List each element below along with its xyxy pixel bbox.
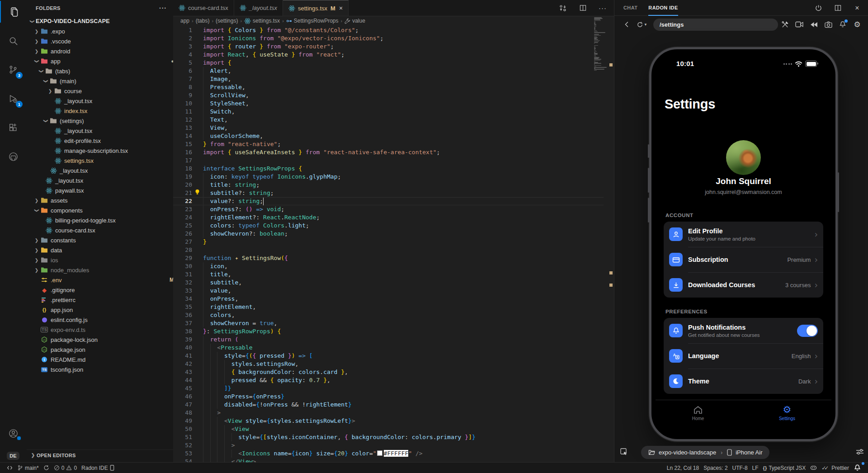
tree-item-settings-tsx[interactable]: settings.tsxM	[27, 156, 174, 166]
tree-item-assets[interactable]: ❯assets	[27, 195, 174, 205]
split-editor-icon[interactable]	[576, 2, 590, 14]
more-icon[interactable]: ···	[596, 2, 609, 14]
phone-tab-home[interactable]: Home	[680, 405, 716, 421]
close-icon[interactable]: ×	[850, 2, 864, 14]
tree-item--vscode[interactable]: ❯.vscode	[27, 36, 174, 46]
code-line[interactable]: 2import Ionicons from "@expo/vector-icon…	[173, 34, 594, 43]
phone-screen[interactable]: 10:01 Settings John Squirrel john.squirr…	[656, 53, 831, 435]
tree-item-course-card-tsx[interactable]: course-card.tsx	[27, 225, 174, 235]
dev-tools-icon[interactable]	[778, 19, 792, 31]
tree-item-readme-md[interactable]: iREADME.md	[27, 355, 174, 364]
code-area[interactable]: 1import { Colors } from "@/constants/Col…	[173, 0, 614, 462]
code-line[interactable]: 22 value?: string;	[173, 197, 594, 205]
url-bar[interactable]: /settings	[653, 19, 778, 31]
code-line[interactable]: 11 Switch,	[173, 108, 594, 116]
breadcrumb-item[interactable]: app	[180, 18, 189, 24]
open-changes-icon[interactable]	[556, 2, 570, 14]
tree-item--gitignore[interactable]: ◆.gitignore	[27, 285, 174, 295]
section-more-icon[interactable]: ···	[159, 5, 167, 12]
code-line[interactable]: 49 <View style={styles.settingsRowLeft}>	[173, 417, 594, 425]
tree-item-android[interactable]: ❯android	[27, 46, 174, 56]
formatter[interactable]: ✓✓Prettier	[819, 463, 851, 473]
screenshot-icon[interactable]	[821, 19, 835, 31]
code-line[interactable]: 7 Image,	[173, 75, 594, 83]
eol[interactable]: LF	[750, 463, 761, 473]
code-line[interactable]: 1import { Colors } from "@/constants/Col…	[173, 26, 594, 34]
code-line[interactable]: 35 rightElement,	[173, 303, 594, 311]
power-icon[interactable]	[811, 2, 825, 14]
activity-account-icon[interactable]	[0, 422, 26, 444]
code-line[interactable]: 29function ✦ SettingsRow({	[173, 254, 594, 262]
tab--layout-tsx[interactable]: _layout.tsx	[234, 0, 283, 16]
code-line[interactable]: 5import {	[173, 59, 594, 67]
code-line[interactable]: 37 showChevron = true,	[173, 319, 594, 327]
toggle-switch[interactable]	[797, 325, 818, 337]
tree-item--layout-tsx[interactable]: _layout.tsx	[27, 175, 174, 185]
language-mode[interactable]: {}TypeScript JSX	[761, 463, 808, 473]
notifications[interactable]	[851, 463, 863, 473]
code-line[interactable]: 38}: SettingsRowProps) {	[173, 327, 594, 336]
tree-item-app-json[interactable]: {}app.json	[27, 305, 174, 315]
tree-item-billing-period-toggle-tsx[interactable]: billing-period-toggle.tsx	[27, 215, 174, 225]
tree-item-expo-video-landscape[interactable]: ❯EXPO-VIDEO-LANDSCAPE	[27, 16, 174, 26]
code-line[interactable]: 10 StyleSheet,	[173, 99, 594, 108]
activity-explorer-icon[interactable]	[0, 1, 27, 23]
tree-item-components[interactable]: ❯components	[27, 205, 174, 215]
avatar[interactable]	[726, 140, 761, 175]
tree-item--layout-tsx[interactable]: _layout.tsx	[27, 96, 174, 106]
device-select[interactable]: expo-video-landscape › iPhone Air	[641, 446, 769, 459]
code-line[interactable]: 46 onPress={onPress}	[173, 393, 594, 401]
tree-item-edit-profile-tsx[interactable]: edit-profile.tsx	[27, 136, 174, 146]
code-line[interactable]: 23 onPress?: () => void;	[173, 205, 594, 213]
open-editors-header[interactable]: ❯ OPEN EDITORS	[27, 449, 173, 460]
code-line[interactable]: 17	[173, 156, 594, 165]
git-branch[interactable]: main*	[15, 463, 41, 473]
code-line[interactable]: 43 { backgroundColor: colors.card },	[173, 368, 594, 376]
activity-github-icon[interactable]	[0, 146, 26, 167]
alerts-icon[interactable]	[836, 19, 849, 31]
breadcrumb-item[interactable]: settings.tsx	[244, 18, 280, 24]
tree-item-package-json[interactable]: JSpackage.json	[27, 345, 174, 355]
phone-tab-settings[interactable]: ⚙Settings	[769, 405, 805, 421]
code-line[interactable]: 33 value,	[173, 287, 594, 295]
tree-item-node-modules[interactable]: ❯node_modules	[27, 265, 174, 275]
settings-row-subscription[interactable]: SubscriptionPremium›	[664, 247, 823, 272]
tree-item-manage-subscription-tsx[interactable]: manage-subscription.tsx	[27, 146, 174, 156]
breadcrumb-item[interactable]: SettingsRowProps	[286, 18, 339, 24]
code-line[interactable]: 9 ScrollView,	[173, 91, 594, 99]
minimap[interactable]	[594, 17, 608, 198]
code-line[interactable]: 27}	[173, 238, 594, 246]
breadcrumb-item[interactable]: (settings)	[216, 18, 238, 24]
code-line[interactable]: 16import { useSafeAreaInsets } from "rea…	[173, 148, 594, 156]
settings-row-edit-profile[interactable]: Edit ProfileUpdate your name and photo›	[664, 222, 823, 247]
panel-tab-radon-ide[interactable]: RADON IDE	[648, 0, 678, 16]
split-panel-icon[interactable]	[831, 2, 844, 14]
tree-item-expo-env-d-ts[interactable]: TSexpo-env.d.ts	[27, 325, 174, 335]
code-line[interactable]: 31 title,	[173, 270, 594, 279]
tree-item-tsconfig-json[interactable]: TStsconfig.json	[27, 364, 174, 374]
lightbulb-icon[interactable]	[195, 189, 200, 195]
settings-row-push-notifications[interactable]: Push NotificationsGet notified about new…	[664, 318, 823, 343]
code-line[interactable]: 28	[173, 246, 594, 254]
device-settings-icon[interactable]	[856, 448, 864, 455]
code-line[interactable]: 30 icon,	[173, 262, 594, 270]
activity-extensions-icon[interactable]	[0, 117, 26, 138]
code-line[interactable]: 51 style={[styles.iconContainer, { backg…	[173, 433, 594, 441]
panel-tab-chat[interactable]: CHAT	[623, 0, 637, 16]
code-line[interactable]: 52 >	[173, 441, 594, 449]
code-line[interactable]: 40 <Pressable	[173, 344, 594, 352]
tree-item-app[interactable]: ❯app●	[27, 56, 174, 66]
code-line[interactable]: 21 subtitle?: string;	[173, 189, 594, 197]
code-line[interactable]: 6 Alert,	[173, 67, 594, 75]
tree-item--main-[interactable]: ❯(main)●	[27, 76, 174, 86]
code-line[interactable]: 47 disabled={!onPress && !rightElement}	[173, 401, 594, 409]
problems[interactable]: 00	[52, 463, 79, 473]
replay-icon[interactable]	[807, 19, 821, 31]
activity-search-icon[interactable]	[0, 30, 26, 52]
reload-button[interactable]: ▼	[635, 19, 649, 31]
code-line[interactable]: 4import React, { useState } from "react"…	[173, 51, 594, 59]
code-line[interactable]: 48 >	[173, 409, 594, 417]
radon-ide-status[interactable]: Radon IDE	[79, 463, 117, 473]
indentation[interactable]: Spaces: 2	[701, 463, 730, 473]
code-line[interactable]: 24 rightElement?: React.ReactNode;	[173, 213, 594, 222]
